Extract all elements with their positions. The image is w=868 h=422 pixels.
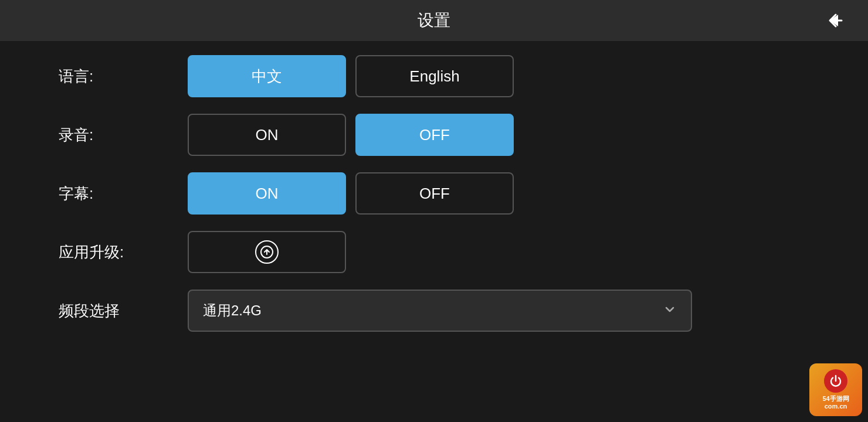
upload-icon (255, 240, 279, 264)
upgrade-label: 应用升级: (59, 242, 188, 263)
language-label: 语言: (59, 66, 188, 87)
recording-button-group: ON OFF (188, 114, 514, 156)
language-english-button[interactable]: English (355, 55, 514, 97)
subtitle-label: 字幕: (59, 183, 188, 204)
subtitle-row: 字幕: ON OFF (59, 170, 809, 217)
header: 设置 (0, 0, 868, 41)
recording-on-button[interactable]: ON (188, 114, 346, 156)
subtitle-on-button[interactable]: ON (188, 172, 346, 215)
watermark-logo: 54手游网com.cn (809, 363, 862, 416)
recording-row: 录音: ON OFF (59, 111, 809, 158)
settings-content: 语言: 中文 English 录音: ON OFF 字幕: ON OFF 应用升… (0, 41, 868, 346)
upgrade-row: 应用升级: (59, 229, 809, 275)
language-chinese-button[interactable]: 中文 (188, 55, 346, 97)
frequency-label: 频段选择 (59, 301, 188, 321)
watermark-text: 54手游网com.cn (822, 395, 849, 410)
language-row: 语言: 中文 English (59, 53, 809, 100)
subtitle-off-button[interactable]: OFF (355, 172, 514, 215)
recording-label: 录音: (59, 125, 188, 145)
upgrade-button[interactable] (188, 231, 346, 273)
page-title: 设置 (418, 9, 450, 32)
language-button-group: 中文 English (188, 55, 514, 97)
frequency-selected-value: 通用2.4G (203, 301, 262, 320)
chevron-down-icon (663, 302, 677, 319)
back-button[interactable] (821, 6, 850, 35)
frequency-row: 频段选择 通用2.4G (59, 287, 809, 334)
power-icon (824, 369, 847, 393)
recording-off-button[interactable]: OFF (355, 114, 514, 156)
frequency-dropdown[interactable]: 通用2.4G (188, 290, 692, 332)
subtitle-button-group: ON OFF (188, 172, 514, 215)
